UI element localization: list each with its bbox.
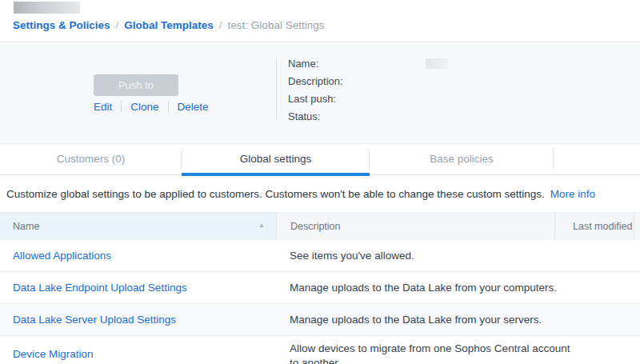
global-settings-table: Name ▲ Description Last modified Allowed…	[0, 212, 640, 364]
intro-text: Customize global settings to be applied …	[6, 188, 634, 200]
delete-link[interactable]: Delete	[178, 101, 209, 113]
tab-base-policies[interactable]: Base policies	[370, 144, 554, 175]
clone-link[interactable]: Clone	[130, 101, 158, 113]
setting-description: Allow devices to migrate from one Sophos…	[276, 336, 572, 364]
breadcrumb-settings-policies[interactable]: Settings & Policies	[13, 19, 110, 31]
table-header-row: Name ▲ Description Last modified	[0, 212, 640, 240]
template-info-block: Name: Description: Last push: Status:	[288, 54, 448, 125]
last-push-label: Last push:	[288, 93, 426, 105]
name-label: Name:	[288, 58, 426, 70]
template-actions: Edit Clone Delete	[94, 99, 209, 114]
description-label: Description:	[288, 75, 426, 87]
setting-link-device-migration[interactable]: Device Migration	[13, 348, 94, 360]
push-to-customers-button[interactable]: Push to customers	[94, 74, 178, 96]
tab-bar: Customers (0) Global settings Base polic…	[0, 144, 640, 175]
setting-description: See items you've allowed.	[276, 249, 572, 263]
tab-global-settings-label: Global settings	[240, 153, 311, 165]
setting-link-data-lake-endpoint[interactable]: Data Lake Endpoint Upload Settings	[13, 282, 187, 294]
table-row: Data Lake Endpoint Upload Settings Manag…	[0, 272, 640, 304]
breadcrumb-current: test: Global Settings	[228, 19, 325, 31]
breadcrumb-separator: /	[219, 19, 222, 31]
info-row-last-push: Last push:	[288, 90, 448, 107]
edit-link[interactable]: Edit	[94, 101, 112, 113]
template-header-panel: Push to customers Edit Clone Delete Name…	[0, 42, 640, 144]
table-row: Device Migration Allow devices to migrat…	[0, 336, 640, 364]
table-row: Data Lake Server Upload Settings Manage …	[0, 304, 640, 336]
info-row-description: Description:	[288, 72, 448, 90]
action-divider	[168, 101, 169, 112]
status-label: Status:	[288, 110, 426, 122]
setting-link-data-lake-server[interactable]: Data Lake Server Upload Settings	[13, 314, 176, 326]
panel-vertical-divider	[276, 57, 277, 121]
setting-link-allowed-applications[interactable]: Allowed Applications	[13, 250, 111, 262]
breadcrumb-separator: /	[116, 19, 119, 31]
tab-global-settings[interactable]: Global settings	[182, 144, 370, 175]
table-row: Allowed Applications See items you've al…	[0, 240, 640, 272]
sort-ascending-icon: ▲	[258, 222, 265, 229]
top-bar: Settings & Policies/Global Templates/tes…	[0, 0, 640, 42]
column-header-name-label: Name	[13, 221, 39, 232]
breadcrumb-global-templates[interactable]: Global Templates	[124, 19, 214, 31]
breadcrumb: Settings & Policies/Global Templates/tes…	[13, 19, 324, 31]
more-info-link[interactable]: More info	[550, 188, 595, 200]
redacted-name-value	[426, 58, 448, 69]
intro-sentence: Customize global settings to be applied …	[6, 188, 545, 200]
setting-description: Manage uploads to the Data Lake from you…	[276, 313, 572, 327]
column-header-name[interactable]: Name ▲	[0, 212, 276, 240]
active-tab-underline	[182, 173, 370, 176]
column-header-spacer	[634, 212, 640, 240]
info-row-status: Status:	[288, 107, 448, 125]
column-header-description[interactable]: Description	[276, 212, 554, 240]
action-divider	[121, 101, 122, 112]
info-row-name: Name:	[288, 54, 448, 72]
column-header-last-modified[interactable]: Last modified	[554, 212, 634, 240]
tab-customers[interactable]: Customers (0)	[0, 144, 182, 175]
redacted-page-title	[14, 2, 80, 14]
setting-description: Manage uploads to the Data Lake from you…	[276, 281, 572, 295]
